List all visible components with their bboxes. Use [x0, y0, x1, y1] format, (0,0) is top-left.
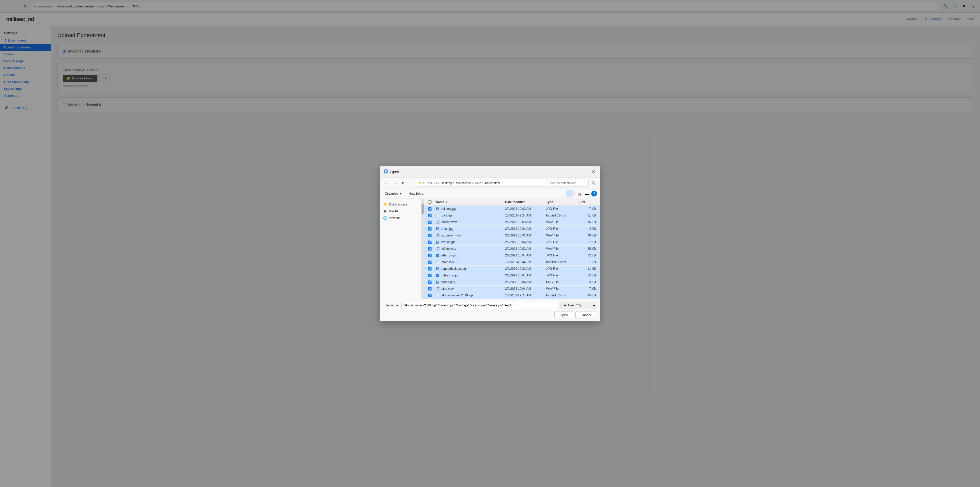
file-date-cell: 2/2/2023 10:03 AM: [503, 246, 544, 252]
breadcrumb-help[interactable]: Help: [475, 181, 481, 185]
file-checkbox-cell[interactable]: [426, 266, 434, 272]
dialog-up-button[interactable]: ↑: [408, 180, 414, 187]
table-row[interactable]: 🎵 explosion.wav 2/2/2023 10:03 AM WAV Fi…: [424, 232, 600, 239]
file-size-cell: 35 KB: [578, 246, 598, 252]
table-row[interactable]: 🖼 balloon.jpg 2/2/2023 10:03 AM JPG File…: [424, 206, 600, 213]
breadcrumb-desktop[interactable]: Desktop: [441, 181, 452, 185]
file-type-icon: 🎵: [436, 287, 440, 291]
table-row[interactable]: 📄 main.iqjs 12/3/2024 3:44 PM Inquisit J…: [424, 259, 600, 266]
breadcrumb-bar[interactable]: 📁 > This PC > Desktop > Millisecond > He…: [416, 180, 546, 187]
file-checkbox-cell[interactable]: [426, 232, 434, 239]
file-checkbox-cell[interactable]: [426, 226, 434, 232]
file-checkbox-cell[interactable]: [426, 239, 434, 246]
table-row[interactable]: 🎵 casino.wav 2/2/2023 10:03 AM WAV File …: [424, 219, 600, 226]
breadcrumb-thispc[interactable]: This PC: [426, 181, 437, 185]
filename-input[interactable]: [401, 302, 558, 309]
tile-view-button[interactable]: ▬: [584, 190, 590, 197]
file-name-cell: 🖼 fixation.jpg: [434, 239, 503, 246]
quickaccess-icon: 📁: [383, 202, 387, 206]
table-row[interactable]: 🖼 poppedballoon.jpg 2/2/2023 10:03 AM JP…: [424, 266, 600, 272]
file-name-cell: 📄 bart.iqjs: [434, 213, 503, 219]
table-row[interactable]: 🖼 rightarrow.jpg 2/2/2023 10:04 AM JPG F…: [424, 272, 600, 279]
table-row[interactable]: 🖼 erase.jpg 2/2/2023 10:04 AM JPG File 4…: [424, 226, 600, 232]
table-row[interactable]: 📄 bart.iqjs 10/3/2024 9:24 AM Inquisit J…: [424, 213, 600, 219]
search-icon-button[interactable]: 🔍: [590, 180, 597, 187]
table-row[interactable]: 📄 stopsignaltask2019.iqjs 10/3/2024 9:24…: [424, 292, 600, 299]
file-checkbox-7[interactable]: [428, 254, 431, 257]
file-checkbox-cell[interactable]: [426, 279, 434, 286]
file-date-cell: 2/2/2023 10:04 AM: [503, 286, 544, 292]
file-size-cell: 4 KB: [578, 226, 598, 232]
sidebar-item-thispc[interactable]: 💻 This PC: [380, 208, 421, 215]
file-name: sound.png: [441, 280, 455, 284]
breadcrumb-folder-icon: 📁: [418, 181, 422, 185]
file-checkbox-cell[interactable]: [426, 286, 434, 292]
file-type-icon: 🎵: [436, 220, 440, 224]
dialog-sidebar: 📁 Quick access 💻 This PC 🌐 Network: [380, 199, 421, 299]
file-checkbox-cell[interactable]: [426, 213, 434, 219]
file-checkbox-6[interactable]: [428, 247, 431, 251]
select-all-checkbox[interactable]: [428, 200, 431, 204]
file-name: stopsignaltask2019.iqjs: [442, 293, 473, 297]
file-date-cell: 2/2/2023 10:03 AM: [503, 232, 544, 239]
file-checkbox-8[interactable]: [428, 260, 431, 264]
file-size-cell: 3 KB: [578, 279, 598, 286]
breadcrumb-millisecond[interactable]: Millisecond: [456, 181, 471, 185]
table-row[interactable]: 🖼 sound.png 2/2/2023 10:04 AM PNG File 3…: [424, 279, 600, 286]
file-checkbox-cell[interactable]: [426, 219, 434, 225]
file-checkbox-4[interactable]: [428, 234, 431, 237]
col-type[interactable]: Type: [544, 199, 578, 205]
list-view-button[interactable]: ──: [566, 190, 573, 197]
file-checkbox-cell[interactable]: [426, 252, 434, 259]
sidebar-item-quickaccess[interactable]: 📁 Quick access: [380, 201, 421, 208]
col-name[interactable]: Name ▲: [434, 199, 503, 205]
table-row[interactable]: 🎵 inflate.wav 2/2/2023 10:03 AM WAV File…: [424, 246, 600, 252]
new-folder-button[interactable]: New folder: [407, 191, 426, 196]
file-checkbox-cell[interactable]: [426, 272, 434, 279]
file-type-icon: 🖼: [436, 240, 439, 244]
breadcrumb-batchfolder[interactable]: batchfolder: [485, 181, 500, 185]
dialog-dropdown-button[interactable]: ▼: [399, 180, 406, 187]
filetype-select[interactable]: All Files (*.*): [560, 302, 597, 309]
file-checkbox-1[interactable]: [428, 214, 431, 217]
file-checkbox-11[interactable]: [428, 281, 431, 284]
file-type-icon: 🎵: [436, 247, 440, 251]
col-date[interactable]: Date modified: [503, 199, 544, 205]
file-checkbox-13[interactable]: [428, 294, 431, 297]
open-button[interactable]: Open: [554, 311, 573, 319]
help-button[interactable]: ?: [591, 191, 597, 197]
dialog-forward-button[interactable]: →: [391, 180, 398, 187]
file-date-cell: 2/2/2023 10:04 AM: [503, 239, 544, 246]
file-checkbox-12[interactable]: [428, 287, 431, 290]
file-checkbox-cell[interactable]: [426, 206, 434, 212]
file-checkbox-3[interactable]: [428, 227, 431, 230]
file-date-cell: 2/2/2023 10:03 AM: [503, 206, 544, 212]
file-checkbox-2[interactable]: [428, 220, 431, 224]
file-checkbox-cell[interactable]: [426, 246, 434, 252]
dialog-actions: Open Cancel: [383, 311, 597, 319]
table-row[interactable]: 🖼 fixation.jpg 2/2/2023 10:04 AM JPG Fil…: [424, 239, 600, 246]
detail-view-button[interactable]: ▤: [576, 190, 582, 197]
file-checkbox-5[interactable]: [428, 241, 431, 244]
cancel-button[interactable]: Cancel: [575, 311, 597, 319]
col-size[interactable]: Size: [578, 199, 598, 205]
file-checkbox-cell[interactable]: [426, 292, 434, 299]
dialog-nav: ← → ▼ ↑ 📁 > This PC > Desktop > Millisec…: [380, 178, 600, 189]
file-size-cell: 49 KB: [578, 232, 598, 239]
organize-button[interactable]: Organize ▼: [383, 191, 404, 196]
table-row[interactable]: 🎵 stop.wav 2/2/2023 10:04 AM WAV File 7 …: [424, 286, 600, 292]
table-row[interactable]: 🖼 leftarrow.jpg 2/2/2023 10:04 AM JPG Fi…: [424, 252, 600, 259]
new-folder-label: New folder: [409, 192, 424, 195]
dialog-back-button[interactable]: ←: [383, 180, 390, 187]
col-checkbox[interactable]: [426, 199, 434, 205]
sidebar-scrollbar[interactable]: [421, 199, 424, 299]
file-checkbox-10[interactable]: [428, 274, 431, 277]
col-type-label: Type: [546, 200, 553, 204]
dialog-close-button[interactable]: ✕: [590, 169, 597, 175]
file-checkbox-9[interactable]: [428, 267, 431, 271]
sidebar-item-network[interactable]: 🌐 Network: [380, 215, 421, 221]
file-checkbox-cell[interactable]: [426, 259, 434, 265]
file-checkbox-0[interactable]: [428, 207, 431, 211]
search-input[interactable]: [548, 180, 589, 187]
file-name: main.iqjs: [442, 260, 453, 264]
